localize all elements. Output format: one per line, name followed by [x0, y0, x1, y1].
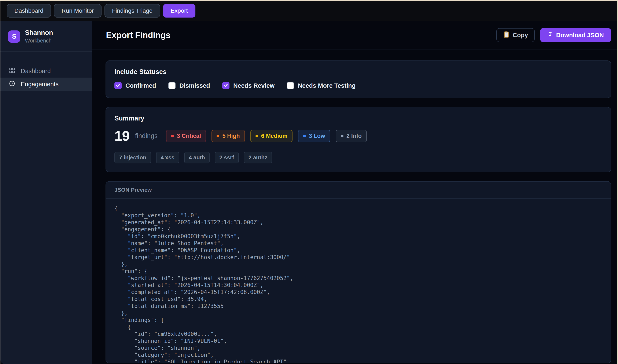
checkbox-confirmed[interactable] [114, 82, 121, 89]
json-line: "completed_at": "2026-04-15T17:42:08.000… [114, 289, 602, 296]
json-line: { [114, 324, 602, 331]
category-tag-ssrf: 2 ssrf [215, 152, 239, 163]
severity-badge-low-label: 3 Low [309, 133, 325, 139]
severity-dot-icon [303, 135, 306, 137]
copy-button-label: Copy [513, 32, 528, 39]
json-line: "total_cost_usd": 35.94, [114, 296, 602, 303]
copy-button[interactable]: Copy [497, 28, 535, 42]
clock-icon [9, 80, 15, 88]
topnav-export[interactable]: Export [163, 4, 195, 18]
severity-dot-icon [171, 135, 174, 137]
status-option-needs-review-label: Needs Review [233, 82, 275, 89]
checkbox-dismissed[interactable] [168, 82, 175, 89]
severity-dot-icon [216, 135, 219, 137]
checkbox-needs-review[interactable] [222, 82, 229, 89]
sidebar-item-engagements[interactable]: Engagements [0, 78, 92, 91]
clipboard-icon [503, 31, 510, 39]
severity-badge-critical-label: 3 Critical [177, 133, 201, 139]
severity-badge-high: 5 High [212, 130, 245, 142]
sidebar-item-engagements-label: Engagements [21, 81, 59, 88]
main-content: Include Statuses Confirmed [92, 50, 617, 363]
json-line: "engagement": { [114, 226, 602, 233]
json-line: "findings": [ [114, 317, 602, 324]
json-line: "started_at": "2026-04-15T14:30:04.000Z"… [114, 282, 602, 289]
avatar-initial: S [12, 33, 16, 40]
category-tag-injection: 7 injection [114, 152, 151, 163]
json-line: "title": "SQL Injection in Product Searc… [114, 359, 602, 363]
json-line: "run": { [114, 268, 602, 275]
status-option-dismissed[interactable]: Dismissed [168, 82, 210, 89]
json-line: "workflow_id": "js-pentest_shannon-17762… [114, 275, 602, 282]
json-line: "id": "cmo0krhuk00003tm5uz1j7f5h", [114, 233, 602, 240]
body-row: S Shannon Workbench Das [0, 21, 617, 364]
status-option-needs-more-testing-label: Needs More Testing [298, 82, 356, 89]
download-json-button[interactable]: Download JSON [540, 28, 611, 42]
sidebar-item-dashboard[interactable]: Dashboard [0, 65, 92, 78]
sidebar-profile: S Shannon Workbench [0, 21, 92, 52]
brand-subtitle: Workbench [25, 38, 53, 44]
severity-badge-critical: 3 Critical [166, 130, 206, 142]
json-line: }, [114, 310, 602, 317]
include-statuses-title: Include Statuses [114, 68, 602, 76]
json-line: "client_name": "OWASP Foundation", [114, 247, 602, 254]
brand-text: Shannon Workbench [25, 29, 53, 44]
sidebar-item-dashboard-label: Dashboard [21, 68, 51, 75]
severity-dot-icon [255, 135, 258, 137]
severity-badges: 3 Critical 5 High 6 Medium [166, 130, 367, 142]
json-line: "generated_at": "2026-04-15T22:14:33.000… [114, 219, 602, 226]
json-line: "id": "cm98xk2v00001...", [114, 331, 602, 338]
json-preview-body: { "export_version": "1.0", "generated_at… [106, 199, 611, 363]
topnav-run-monitor-label: Run Monitor [62, 7, 94, 14]
topnav-run-monitor[interactable]: Run Monitor [54, 4, 102, 18]
check-icon [223, 83, 228, 89]
json-preview-title: JSON Preview [114, 187, 602, 193]
status-options-row: Confirmed Dismissed [114, 82, 602, 89]
category-tag-auth: 4 auth [184, 152, 210, 163]
screen: Dashboard Run Monitor Findings Triage Ex… [0, 0, 618, 364]
json-line: "category": "injection", [114, 351, 602, 359]
sidebar-nav: Dashboard Engagements [0, 65, 92, 91]
category-tag-xss: 4 xss [156, 152, 179, 163]
category-tags-row: 7 injection 4 xss 4 auth 2 ssrf 2 authz [114, 152, 602, 163]
status-option-dismissed-label: Dismissed [179, 82, 210, 89]
summary-card: Summary 19 findings 3 Critical [106, 107, 611, 172]
json-preview-card: JSON Preview { "export_version": "1.0", … [106, 181, 611, 363]
severity-dot-icon [341, 135, 343, 137]
topnav-findings-triage[interactable]: Findings Triage [105, 4, 160, 18]
download-icon [547, 32, 553, 39]
main-area: Export Findings Copy [92, 21, 617, 364]
status-option-confirmed[interactable]: Confirmed [114, 82, 156, 89]
checkbox-needs-more-testing[interactable] [287, 82, 294, 89]
check-icon [116, 83, 121, 89]
json-line: "target_url": "http://host.docker.intern… [114, 254, 602, 261]
status-option-confirmed-label: Confirmed [125, 82, 156, 89]
topnav-findings-triage-label: Findings Triage [112, 7, 152, 14]
topnav-export-label: Export [171, 7, 188, 14]
severity-badge-high-label: 5 High [222, 133, 240, 139]
grid-icon [9, 67, 15, 75]
summary-stats-row: 19 findings 3 Critical 5 High [114, 129, 602, 143]
brand-name: Shannon [25, 29, 53, 36]
json-line: "export_version": "1.0", [114, 212, 602, 219]
json-line: "source": "shannon", [114, 345, 602, 351]
json-line: "shannon_id": "INJ-VULN-01", [114, 338, 602, 345]
topnav-dashboard[interactable]: Dashboard [7, 4, 51, 18]
severity-badge-low: 3 Low [298, 130, 330, 142]
summary-title: Summary [114, 115, 602, 122]
json-line: "total_duration_ms": 11273555 [114, 303, 602, 310]
include-statuses-card: Include Statuses Confirmed [106, 60, 611, 98]
sidebar: S Shannon Workbench Das [0, 21, 92, 364]
status-option-needs-review[interactable]: Needs Review [222, 82, 275, 89]
topnav-dashboard-label: Dashboard [14, 7, 43, 14]
severity-badge-medium-label: 6 Medium [261, 133, 288, 139]
json-line: { [114, 205, 602, 212]
app-window: Dashboard Run Monitor Findings Triage Ex… [0, 1, 617, 364]
json-line: }, [114, 261, 602, 268]
avatar: S [8, 30, 20, 43]
main-header: Export Findings Copy [92, 21, 617, 50]
top-nav-bar: Dashboard Run Monitor Findings Triage Ex… [0, 1, 617, 21]
severity-badge-info-label: 2 Info [347, 133, 362, 139]
findings-count: 19 [114, 129, 129, 143]
status-option-needs-more-testing[interactable]: Needs More Testing [287, 82, 356, 89]
json-line: "name": "Juice Shop Pentest", [114, 240, 602, 247]
